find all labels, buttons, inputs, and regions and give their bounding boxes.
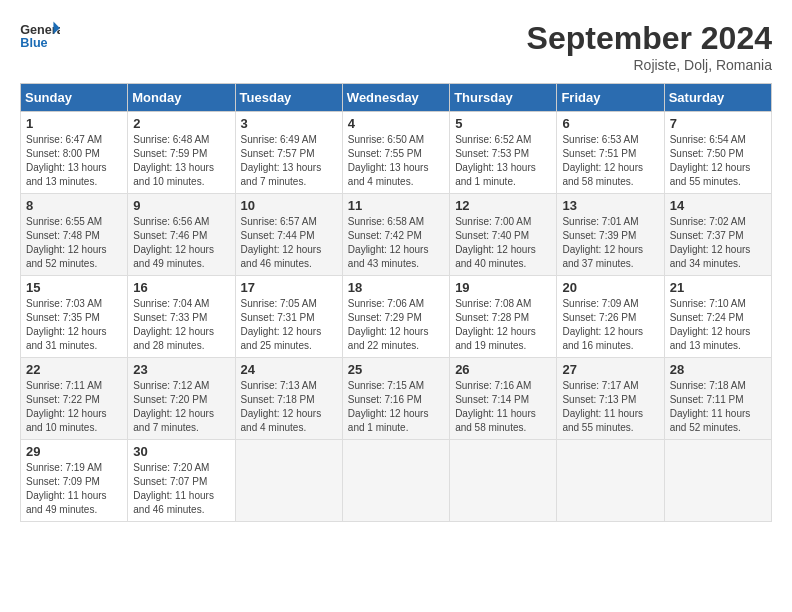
day-info: Sunrise: 7:13 AMSunset: 7:18 PMDaylight:… <box>241 380 322 433</box>
day-info: Sunrise: 7:01 AMSunset: 7:39 PMDaylight:… <box>562 216 643 269</box>
day-info: Sunrise: 6:57 AMSunset: 7:44 PMDaylight:… <box>241 216 322 269</box>
day-number: 9 <box>133 198 229 213</box>
calendar-cell: 7Sunrise: 6:54 AMSunset: 7:50 PMDaylight… <box>664 112 771 194</box>
calendar-cell: 27Sunrise: 7:17 AMSunset: 7:13 PMDayligh… <box>557 358 664 440</box>
calendar-cell: 11Sunrise: 6:58 AMSunset: 7:42 PMDayligh… <box>342 194 449 276</box>
day-number: 11 <box>348 198 444 213</box>
col-thursday: Thursday <box>450 84 557 112</box>
logo: General Blue <box>20 20 60 50</box>
calendar-cell <box>342 440 449 522</box>
day-info: Sunrise: 7:10 AMSunset: 7:24 PMDaylight:… <box>670 298 751 351</box>
day-number: 29 <box>26 444 122 459</box>
day-info: Sunrise: 6:52 AMSunset: 7:53 PMDaylight:… <box>455 134 536 187</box>
calendar-cell <box>235 440 342 522</box>
day-info: Sunrise: 7:12 AMSunset: 7:20 PMDaylight:… <box>133 380 214 433</box>
day-info: Sunrise: 7:09 AMSunset: 7:26 PMDaylight:… <box>562 298 643 351</box>
day-info: Sunrise: 7:05 AMSunset: 7:31 PMDaylight:… <box>241 298 322 351</box>
calendar-table: Sunday Monday Tuesday Wednesday Thursday… <box>20 83 772 522</box>
calendar-week-row: 15Sunrise: 7:03 AMSunset: 7:35 PMDayligh… <box>21 276 772 358</box>
day-number: 22 <box>26 362 122 377</box>
day-info: Sunrise: 7:00 AMSunset: 7:40 PMDaylight:… <box>455 216 536 269</box>
title-block: September 2024 Rojiste, Dolj, Romania <box>527 20 772 73</box>
day-info: Sunrise: 7:04 AMSunset: 7:33 PMDaylight:… <box>133 298 214 351</box>
day-info: Sunrise: 6:50 AMSunset: 7:55 PMDaylight:… <box>348 134 429 187</box>
calendar-cell: 2Sunrise: 6:48 AMSunset: 7:59 PMDaylight… <box>128 112 235 194</box>
day-info: Sunrise: 7:02 AMSunset: 7:37 PMDaylight:… <box>670 216 751 269</box>
day-info: Sunrise: 7:19 AMSunset: 7:09 PMDaylight:… <box>26 462 107 515</box>
col-tuesday: Tuesday <box>235 84 342 112</box>
day-number: 7 <box>670 116 766 131</box>
calendar-cell: 13Sunrise: 7:01 AMSunset: 7:39 PMDayligh… <box>557 194 664 276</box>
day-number: 16 <box>133 280 229 295</box>
svg-text:Blue: Blue <box>20 36 47 50</box>
calendar-cell <box>450 440 557 522</box>
calendar-cell: 22Sunrise: 7:11 AMSunset: 7:22 PMDayligh… <box>21 358 128 440</box>
day-info: Sunrise: 7:20 AMSunset: 7:07 PMDaylight:… <box>133 462 214 515</box>
calendar-cell: 20Sunrise: 7:09 AMSunset: 7:26 PMDayligh… <box>557 276 664 358</box>
col-friday: Friday <box>557 84 664 112</box>
calendar-cell: 16Sunrise: 7:04 AMSunset: 7:33 PMDayligh… <box>128 276 235 358</box>
col-sunday: Sunday <box>21 84 128 112</box>
calendar-cell: 26Sunrise: 7:16 AMSunset: 7:14 PMDayligh… <box>450 358 557 440</box>
day-number: 1 <box>26 116 122 131</box>
calendar-cell: 1Sunrise: 6:47 AMSunset: 8:00 PMDaylight… <box>21 112 128 194</box>
calendar-cell: 24Sunrise: 7:13 AMSunset: 7:18 PMDayligh… <box>235 358 342 440</box>
calendar-cell: 29Sunrise: 7:19 AMSunset: 7:09 PMDayligh… <box>21 440 128 522</box>
day-number: 6 <box>562 116 658 131</box>
day-info: Sunrise: 7:18 AMSunset: 7:11 PMDaylight:… <box>670 380 751 433</box>
calendar-cell: 10Sunrise: 6:57 AMSunset: 7:44 PMDayligh… <box>235 194 342 276</box>
day-number: 10 <box>241 198 337 213</box>
day-number: 3 <box>241 116 337 131</box>
calendar-cell <box>557 440 664 522</box>
calendar-cell: 4Sunrise: 6:50 AMSunset: 7:55 PMDaylight… <box>342 112 449 194</box>
day-info: Sunrise: 6:55 AMSunset: 7:48 PMDaylight:… <box>26 216 107 269</box>
day-info: Sunrise: 7:16 AMSunset: 7:14 PMDaylight:… <box>455 380 536 433</box>
calendar-cell: 21Sunrise: 7:10 AMSunset: 7:24 PMDayligh… <box>664 276 771 358</box>
day-info: Sunrise: 6:56 AMSunset: 7:46 PMDaylight:… <box>133 216 214 269</box>
logo-icon: General Blue <box>20 20 60 50</box>
calendar-week-row: 22Sunrise: 7:11 AMSunset: 7:22 PMDayligh… <box>21 358 772 440</box>
day-number: 30 <box>133 444 229 459</box>
day-info: Sunrise: 6:54 AMSunset: 7:50 PMDaylight:… <box>670 134 751 187</box>
calendar-cell: 19Sunrise: 7:08 AMSunset: 7:28 PMDayligh… <box>450 276 557 358</box>
day-number: 21 <box>670 280 766 295</box>
day-info: Sunrise: 7:03 AMSunset: 7:35 PMDaylight:… <box>26 298 107 351</box>
day-number: 8 <box>26 198 122 213</box>
day-info: Sunrise: 6:47 AMSunset: 8:00 PMDaylight:… <box>26 134 107 187</box>
calendar-cell: 18Sunrise: 7:06 AMSunset: 7:29 PMDayligh… <box>342 276 449 358</box>
header-row: Sunday Monday Tuesday Wednesday Thursday… <box>21 84 772 112</box>
day-number: 15 <box>26 280 122 295</box>
day-info: Sunrise: 6:48 AMSunset: 7:59 PMDaylight:… <box>133 134 214 187</box>
day-info: Sunrise: 7:17 AMSunset: 7:13 PMDaylight:… <box>562 380 643 433</box>
day-number: 19 <box>455 280 551 295</box>
calendar-cell: 5Sunrise: 6:52 AMSunset: 7:53 PMDaylight… <box>450 112 557 194</box>
calendar-cell: 12Sunrise: 7:00 AMSunset: 7:40 PMDayligh… <box>450 194 557 276</box>
calendar-cell: 6Sunrise: 6:53 AMSunset: 7:51 PMDaylight… <box>557 112 664 194</box>
day-number: 27 <box>562 362 658 377</box>
day-info: Sunrise: 6:49 AMSunset: 7:57 PMDaylight:… <box>241 134 322 187</box>
day-info: Sunrise: 7:15 AMSunset: 7:16 PMDaylight:… <box>348 380 429 433</box>
day-info: Sunrise: 7:11 AMSunset: 7:22 PMDaylight:… <box>26 380 107 433</box>
month-year: September 2024 <box>527 20 772 57</box>
day-number: 13 <box>562 198 658 213</box>
day-number: 18 <box>348 280 444 295</box>
day-info: Sunrise: 7:08 AMSunset: 7:28 PMDaylight:… <box>455 298 536 351</box>
col-saturday: Saturday <box>664 84 771 112</box>
day-number: 28 <box>670 362 766 377</box>
calendar-week-row: 29Sunrise: 7:19 AMSunset: 7:09 PMDayligh… <box>21 440 772 522</box>
day-number: 17 <box>241 280 337 295</box>
day-info: Sunrise: 6:53 AMSunset: 7:51 PMDaylight:… <box>562 134 643 187</box>
calendar-week-row: 1Sunrise: 6:47 AMSunset: 8:00 PMDaylight… <box>21 112 772 194</box>
calendar-cell: 25Sunrise: 7:15 AMSunset: 7:16 PMDayligh… <box>342 358 449 440</box>
calendar-cell: 28Sunrise: 7:18 AMSunset: 7:11 PMDayligh… <box>664 358 771 440</box>
day-number: 4 <box>348 116 444 131</box>
day-info: Sunrise: 7:06 AMSunset: 7:29 PMDaylight:… <box>348 298 429 351</box>
day-number: 24 <box>241 362 337 377</box>
day-number: 12 <box>455 198 551 213</box>
calendar-cell <box>664 440 771 522</box>
day-number: 23 <box>133 362 229 377</box>
calendar-cell: 3Sunrise: 6:49 AMSunset: 7:57 PMDaylight… <box>235 112 342 194</box>
calendar-cell: 14Sunrise: 7:02 AMSunset: 7:37 PMDayligh… <box>664 194 771 276</box>
day-number: 26 <box>455 362 551 377</box>
day-number: 5 <box>455 116 551 131</box>
